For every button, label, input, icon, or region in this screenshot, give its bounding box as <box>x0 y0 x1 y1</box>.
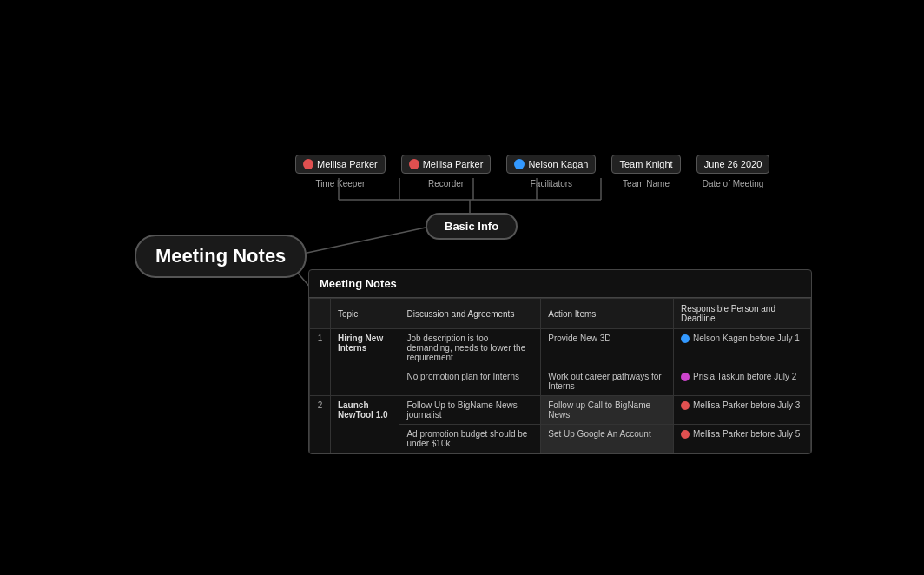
col-header-responsible: Responsible Person and Deadline <box>674 299 811 329</box>
timekeeper-label: Time Keeper <box>315 179 365 188</box>
col-header-discussion: Discussion and Agreements <box>399 299 541 329</box>
person-name-1b: Prisia Taskun before July 2 <box>693 372 796 381</box>
topic-2: Launch NewTool 1.0 <box>330 396 399 453</box>
action-1a: Provide New 3D <box>541 329 674 367</box>
notes-table: Topic Discussion and Agreements Action I… <box>309 298 811 453</box>
row-num-2: 2 <box>310 396 331 453</box>
recorder-avatar <box>409 159 419 169</box>
responsible-2a: Mellisa Parker before July 3 <box>674 396 811 425</box>
discussion-1a: Job description is too demanding, needs … <box>399 329 541 367</box>
recorder-value: Mellisa Parker <box>401 155 492 174</box>
timekeeper-text: Mellisa Parker <box>317 159 378 169</box>
person-badge-1a: Nelson Kagan before July 1 <box>681 334 803 343</box>
topic-1: Hiring New Interns <box>330 329 399 396</box>
teamname-value: Team Knight <box>611 155 680 174</box>
date-label: Date of Meeting <box>703 179 764 188</box>
person-name-2b: Mellisa Parker before July 5 <box>693 429 800 439</box>
col-header-num <box>310 299 331 329</box>
person-badge-2a: Mellisa Parker before July 3 <box>681 400 803 410</box>
teamname-text: Team Knight <box>619 159 672 169</box>
action-1b: Work out career pathways for Interns <box>541 367 674 396</box>
info-nodes-container: Mellisa Parker Time Keeper Mellisa Parke… <box>295 155 769 188</box>
person-badge-1b: Prisia Taskun before July 2 <box>681 372 803 381</box>
person-dot-2b <box>681 430 690 439</box>
table-title: Meeting Notes <box>309 270 811 298</box>
svg-line-7 <box>291 228 426 256</box>
basic-info-node: Basic Info <box>426 213 518 240</box>
person-dot-1b <box>681 373 690 381</box>
meeting-notes-bubble: Meeting Notes <box>135 235 307 278</box>
timekeeper-value: Mellisa Parker <box>295 155 386 174</box>
col-header-topic: Topic <box>330 299 399 329</box>
facilitators-label: Facilitators <box>531 179 572 188</box>
responsible-1a: Nelson Kagan before July 1 <box>674 329 811 367</box>
person-badge-2b: Mellisa Parker before July 5 <box>681 429 803 439</box>
person-dot-1a <box>681 334 690 343</box>
basic-info-label: Basic Info <box>445 220 498 233</box>
table-row: 1 Hiring New Interns Job description is … <box>310 329 811 367</box>
row-num-1: 1 <box>310 329 331 396</box>
discussion-1b: No promotion plan for Interns <box>399 367 541 396</box>
col-header-actions: Action Items <box>541 299 674 329</box>
facilitators-text: Nelson Kagan <box>528 159 588 169</box>
discussion-2b: Ad promotion budget should be under $10k <box>399 425 541 453</box>
info-node-recorder: Mellisa Parker Recorder <box>401 155 492 188</box>
info-node-facilitators: Nelson Kagan Facilitators <box>506 155 596 188</box>
meeting-notes-label: Meeting Notes <box>155 245 286 267</box>
teamname-label: Team Name <box>623 179 670 188</box>
meeting-notes-table-container: Meeting Notes Topic Discussion and Agree… <box>308 269 812 454</box>
person-dot-2a <box>681 401 690 410</box>
table-row: 2 Launch NewTool 1.0 Follow Up to BigNam… <box>310 396 811 425</box>
date-value: June 26 2020 <box>696 155 770 174</box>
timekeeper-avatar <box>303 159 314 169</box>
person-name-2a: Mellisa Parker before July 3 <box>693 400 800 410</box>
info-node-teamname: Team Knight Team Name <box>611 155 680 188</box>
person-name-1a: Nelson Kagan before July 1 <box>693 334 800 343</box>
facilitators-avatar <box>514 159 525 169</box>
responsible-2b: Mellisa Parker before July 5 <box>674 425 811 453</box>
recorder-text: Mellisa Parker <box>423 159 484 169</box>
recorder-label: Recorder <box>428 179 464 188</box>
responsible-1b: Prisia Taskun before July 2 <box>674 367 811 396</box>
table-header-row: Topic Discussion and Agreements Action I… <box>310 299 811 329</box>
action-2a: Follow up Call to BigName News <box>541 396 674 425</box>
action-2b: Set Up Google An Account <box>541 425 674 453</box>
facilitators-value: Nelson Kagan <box>506 155 596 174</box>
date-text: June 26 2020 <box>704 159 762 169</box>
discussion-2a: Follow Up to BigName News journalist <box>399 396 541 425</box>
info-node-timekeeper: Mellisa Parker Time Keeper <box>295 155 386 188</box>
info-node-date: June 26 2020 Date of Meeting <box>696 155 770 188</box>
